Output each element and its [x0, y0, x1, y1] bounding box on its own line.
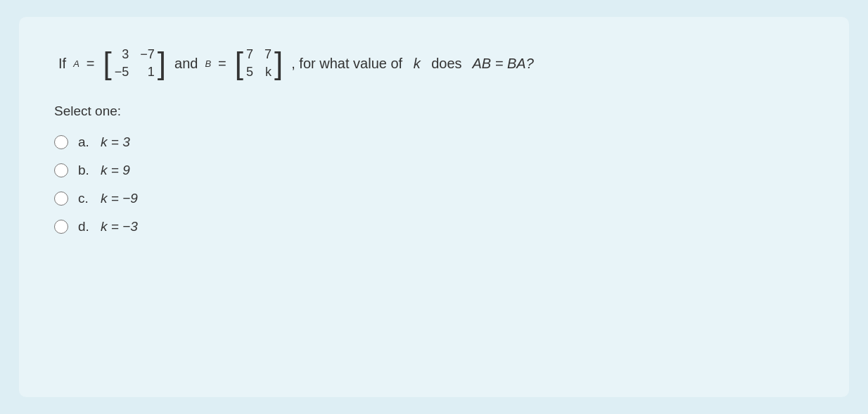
option-b[interactable]: b. k = 9 [54, 163, 814, 178]
options-list: a. k = 3 b. k = 9 c. k = −9 d. k = −3 [54, 134, 814, 234]
option-d-letter: d. [78, 219, 91, 234]
bracket-left-b: [ [235, 48, 243, 79]
option-a-letter: a. [78, 134, 91, 150]
option-b-math: k = 9 [101, 163, 130, 178]
radio-a[interactable] [54, 135, 68, 149]
equals-a: = [87, 56, 95, 72]
option-b-letter: b. [78, 163, 91, 178]
option-a[interactable]: a. k = 3 [54, 134, 814, 150]
option-d[interactable]: d. k = −3 [54, 219, 814, 234]
bracket-right-b: ] [274, 48, 283, 79]
suffix-word: , for what value of [291, 56, 402, 72]
bracket-left-a: [ [103, 48, 111, 79]
a-r2c1: −5 [115, 64, 129, 80]
b-r1c2: 7 [264, 46, 272, 63]
variable-k: k [409, 56, 424, 72]
a-r1c2: −7 [140, 46, 155, 63]
matrix-a: [ 3 −7 −5 1 ] [103, 45, 166, 82]
if-word: If [58, 56, 66, 72]
matrix-b-values: 7 7 5 k [243, 45, 274, 82]
equation-text: AB = BA? [469, 56, 534, 72]
option-c-letter: c. [78, 191, 91, 206]
question-text: If A = [ 3 −7 −5 1 ] and B = [ 7 7 5 k [54, 45, 814, 82]
matrix-b: [ 7 7 5 k ] [235, 45, 283, 82]
radio-b[interactable] [54, 163, 68, 177]
b-r1c1: 7 [246, 46, 253, 63]
does-word: does [431, 56, 461, 72]
radio-d[interactable] [54, 220, 68, 234]
option-a-math: k = 3 [101, 134, 130, 150]
b-r2c2: k [264, 64, 272, 80]
b-r2c1: 5 [246, 64, 253, 80]
option-d-math: k = −3 [101, 219, 138, 234]
radio-c[interactable] [54, 192, 68, 206]
select-label: Select one: [54, 104, 814, 119]
matrix-b-label: B [205, 58, 211, 69]
matrix-a-values: 3 −7 −5 1 [112, 45, 158, 82]
equals-b: = [218, 56, 226, 72]
option-c-math: k = −9 [101, 191, 138, 206]
question-card: If A = [ 3 −7 −5 1 ] and B = [ 7 7 5 k [19, 17, 849, 397]
matrix-a-label: A [73, 58, 79, 69]
a-r1c1: 3 [115, 46, 129, 63]
bracket-right-a: ] [158, 48, 166, 79]
and-word: and [174, 56, 198, 72]
a-r2c2: 1 [140, 64, 155, 80]
option-c[interactable]: c. k = −9 [54, 191, 814, 206]
